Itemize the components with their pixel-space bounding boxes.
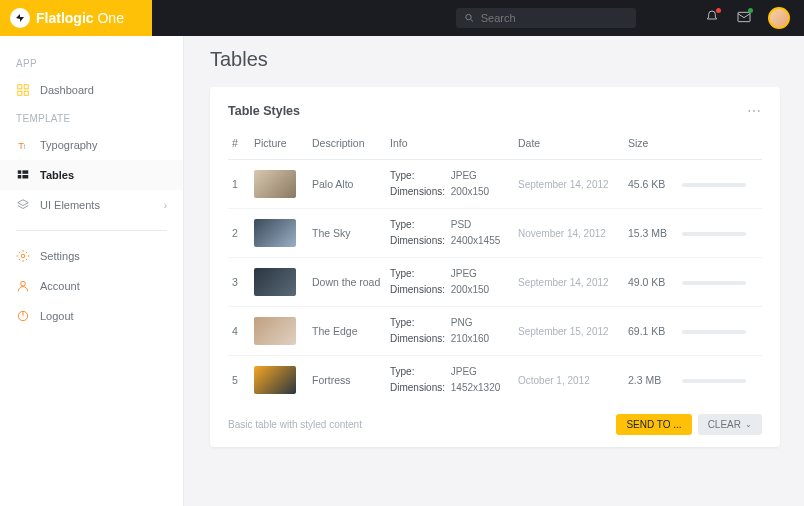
cell-description: Down the road: [308, 258, 386, 307]
table-row: 1Palo AltoType: JPEGDimensions: 200x150S…: [228, 160, 762, 209]
search-input[interactable]: [481, 12, 628, 24]
col-header-info: Info: [386, 131, 514, 160]
sidebar-item-label: Tables: [40, 169, 74, 181]
messages-icon[interactable]: [736, 9, 752, 27]
cell-date: September 14, 2012: [514, 258, 624, 307]
svg-rect-10: [22, 170, 28, 174]
svg-rect-4: [24, 85, 28, 89]
thumbnail[interactable]: [254, 219, 296, 247]
table-row: 5FortressType: JPEGDimensions: 1452x1320…: [228, 356, 762, 405]
svg-rect-11: [18, 175, 22, 179]
cell-num: 2: [228, 209, 250, 258]
chevron-down-icon: ⌄: [745, 420, 752, 429]
cell-num: 4: [228, 307, 250, 356]
power-icon: [16, 309, 30, 323]
cell-description: The Edge: [308, 307, 386, 356]
cell-description: Fortress: [308, 356, 386, 405]
sidebar-divider: [16, 230, 167, 231]
sidebar-item-label: Logout: [40, 310, 74, 322]
sidebar-item-label: Dashboard: [40, 84, 94, 96]
user-avatar[interactable]: [768, 7, 790, 29]
sidebar: APP Dashboard TEMPLATE Tt Typography Tab…: [0, 0, 184, 506]
table-row: 4The EdgeType: PNGDimensions: 210x160Sep…: [228, 307, 762, 356]
cell-num: 3: [228, 258, 250, 307]
sidebar-item-typography[interactable]: Tt Typography: [0, 130, 183, 160]
svg-rect-12: [22, 175, 28, 179]
thumbnail[interactable]: [254, 170, 296, 198]
col-header-size: Size: [624, 131, 678, 160]
cell-size: 49.0 KB: [624, 258, 678, 307]
cell-date: September 14, 2012: [514, 160, 624, 209]
topbar: [152, 0, 804, 36]
search-box[interactable]: [456, 8, 636, 28]
progress-bar: [682, 232, 746, 236]
gear-icon: [16, 249, 30, 263]
notifications-icon[interactable]: [704, 9, 720, 27]
col-header-picture: Picture: [250, 131, 308, 160]
typography-icon: Tt: [16, 138, 30, 152]
table-row: 3Down the roadType: JPEGDimensions: 200x…: [228, 258, 762, 307]
sidebar-item-settings[interactable]: Settings: [0, 241, 183, 271]
svg-rect-5: [18, 91, 22, 95]
sidebar-section-template: TEMPLATE: [0, 105, 183, 130]
sidebar-item-dashboard[interactable]: Dashboard: [0, 75, 183, 105]
notification-dot: [716, 8, 721, 13]
cell-date: September 15, 2012: [514, 307, 624, 356]
svg-point-13: [21, 254, 25, 258]
sidebar-section-app: APP: [0, 50, 183, 75]
send-to-button[interactable]: SEND TO ...: [616, 414, 691, 435]
sidebar-item-label: Account: [40, 280, 80, 292]
cell-size: 2.3 MB: [624, 356, 678, 405]
thumbnail[interactable]: [254, 317, 296, 345]
brand-bar: Flatlogic One: [0, 0, 152, 36]
col-header-description: Description: [308, 131, 386, 160]
tables-icon: [16, 168, 30, 182]
cell-size: 69.1 KB: [624, 307, 678, 356]
sidebar-item-logout[interactable]: Logout: [0, 301, 183, 331]
sidebar-item-account[interactable]: Account: [0, 271, 183, 301]
table-row: 2The SkyType: PSDDimensions: 2400x1455No…: [228, 209, 762, 258]
progress-bar: [682, 330, 746, 334]
progress-bar: [682, 281, 746, 285]
svg-text:t: t: [24, 143, 26, 150]
brand-logo-icon: [10, 8, 30, 28]
sidebar-item-ui-elements[interactable]: UI Elements ›: [0, 190, 183, 220]
chevron-right-icon: ›: [164, 200, 167, 211]
cell-description: Palo Alto: [308, 160, 386, 209]
table-card: Table Styles ⋯ # Picture Description Inf…: [210, 87, 780, 447]
svg-rect-2: [738, 12, 750, 21]
svg-line-1: [471, 19, 473, 21]
svg-rect-9: [18, 170, 22, 174]
user-icon: [16, 279, 30, 293]
svg-point-14: [21, 281, 26, 286]
card-menu-icon[interactable]: ⋯: [747, 103, 762, 119]
message-dot: [748, 8, 753, 13]
sidebar-item-label: Typography: [40, 139, 97, 151]
cell-size: 45.6 KB: [624, 160, 678, 209]
progress-bar: [682, 183, 746, 187]
col-header-date: Date: [514, 131, 624, 160]
svg-rect-3: [18, 85, 22, 89]
cell-size: 15.3 MB: [624, 209, 678, 258]
col-header-num: #: [228, 131, 250, 160]
sidebar-item-tables[interactable]: Tables: [0, 160, 183, 190]
sidebar-item-label: Settings: [40, 250, 80, 262]
sidebar-item-label: UI Elements: [40, 199, 100, 211]
clear-button[interactable]: CLEAR ⌄: [698, 414, 762, 435]
thumbnail[interactable]: [254, 366, 296, 394]
svg-point-0: [466, 14, 471, 19]
thumbnail[interactable]: [254, 268, 296, 296]
data-table: # Picture Description Info Date Size 1Pa…: [228, 131, 762, 404]
progress-bar: [682, 379, 746, 383]
page-title: Tables: [210, 48, 784, 71]
card-title: Table Styles: [228, 104, 300, 118]
svg-rect-6: [24, 91, 28, 95]
brand-text: Flatlogic One: [36, 10, 124, 26]
cell-num: 1: [228, 160, 250, 209]
ui-elements-icon: [16, 198, 30, 212]
search-icon: [464, 12, 475, 24]
cell-num: 5: [228, 356, 250, 405]
cell-date: October 1, 2012: [514, 356, 624, 405]
cell-description: The Sky: [308, 209, 386, 258]
dashboard-icon: [16, 83, 30, 97]
